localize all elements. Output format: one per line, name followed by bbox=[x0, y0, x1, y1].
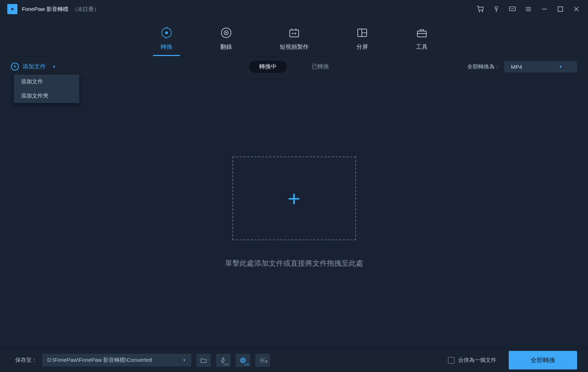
sub-tabs: 轉換中 已轉換 bbox=[249, 61, 339, 73]
close-icon[interactable] bbox=[572, 5, 581, 13]
main-tabs: 轉換 翻錄 短視頻製作 分屏 工具 bbox=[0, 18, 588, 56]
video-maker-icon bbox=[288, 27, 300, 39]
tab-toolbox[interactable]: 工具 bbox=[408, 18, 435, 56]
chevron-down-icon: ▼ bbox=[265, 360, 268, 364]
chevron-down-icon: ▼ bbox=[52, 65, 56, 69]
rip-icon bbox=[220, 27, 232, 39]
tab-label: 分屏 bbox=[356, 43, 368, 51]
chevron-down-icon: ▼ bbox=[559, 65, 563, 69]
convert-icon bbox=[160, 27, 173, 39]
on-badge: ON bbox=[245, 363, 249, 366]
tab-label: 翻錄 bbox=[220, 43, 232, 51]
svg-rect-8 bbox=[289, 30, 299, 37]
svg-point-14 bbox=[262, 359, 264, 361]
svg-point-7 bbox=[225, 32, 227, 33]
folder-icon bbox=[200, 357, 207, 364]
main-content: + 單擊此處添加文件或直接將文件拖拽至此處 bbox=[0, 77, 588, 348]
svg-rect-11 bbox=[417, 31, 426, 37]
drop-zone[interactable]: + bbox=[232, 157, 356, 240]
subtab-converted[interactable]: 已轉換 bbox=[301, 61, 339, 73]
settings-button[interactable]: ▼ bbox=[255, 354, 270, 367]
cart-icon[interactable] bbox=[476, 5, 485, 13]
sub-bar: + 添加文件 ▼ 添加文件 添加文件夾 轉換中 已轉換 全部轉換為： MP4 ▼ bbox=[0, 56, 588, 77]
convert-all-label: 全部轉換為： bbox=[467, 63, 500, 70]
toolbox-icon bbox=[416, 27, 428, 39]
checkbox-icon bbox=[448, 357, 455, 364]
off-badge: OFF bbox=[224, 363, 229, 366]
dropdown-add-folder[interactable]: 添加文件夾 bbox=[14, 89, 79, 103]
save-path-value: D:\FonePaw\FonePaw 影音轉檔\Converted bbox=[47, 357, 152, 364]
tab-video-maker[interactable]: 短視頻製作 bbox=[272, 18, 316, 56]
hw-accel-off-button[interactable]: OFF bbox=[216, 354, 231, 367]
add-file-label: 添加文件 bbox=[23, 63, 46, 71]
svg-point-4 bbox=[165, 31, 168, 34]
gpu-accel-button[interactable]: ON bbox=[236, 354, 250, 367]
registration-status: （未註冊） bbox=[72, 6, 99, 13]
plus-circle-icon: + bbox=[11, 63, 19, 71]
tab-label: 短視頻製作 bbox=[280, 43, 309, 51]
svg-point-0 bbox=[495, 7, 497, 9]
tab-rip[interactable]: 翻錄 bbox=[213, 18, 240, 56]
menu-icon[interactable] bbox=[524, 5, 533, 13]
add-file-dropdown: 添加文件 添加文件夾 bbox=[14, 75, 79, 103]
bottom-bar: 保存至： D:\FonePaw\FonePaw 影音轉檔\Converted ▼… bbox=[0, 348, 588, 372]
open-folder-button[interactable] bbox=[196, 354, 211, 367]
tab-split-screen[interactable]: 分屏 bbox=[349, 18, 376, 56]
merge-label: 合併為一個文件 bbox=[458, 357, 496, 364]
drop-hint: 單擊此處添加文件或直接將文件拖拽至此處 bbox=[225, 258, 363, 268]
dropdown-add-file[interactable]: 添加文件 bbox=[14, 75, 79, 89]
minimize-icon[interactable] bbox=[540, 5, 549, 13]
maximize-icon[interactable] bbox=[556, 5, 565, 13]
merge-checkbox[interactable]: 合併為一個文件 bbox=[448, 357, 496, 364]
title-bar: FonePaw 影音轉檔 （未註冊） bbox=[0, 0, 588, 18]
split-screen-icon bbox=[356, 27, 368, 39]
plus-icon: + bbox=[288, 186, 300, 211]
save-path-select[interactable]: D:\FonePaw\FonePaw 影音轉檔\Converted ▼ bbox=[42, 354, 191, 367]
tab-label: 轉換 bbox=[161, 43, 172, 51]
save-to-label: 保存至： bbox=[15, 357, 37, 364]
tab-label: 工具 bbox=[416, 43, 428, 51]
svg-point-9 bbox=[292, 33, 293, 34]
app-logo bbox=[7, 4, 17, 14]
svg-rect-2 bbox=[558, 7, 563, 12]
tab-convert[interactable]: 轉換 bbox=[153, 18, 180, 56]
key-icon[interactable] bbox=[492, 5, 501, 13]
format-value: MP4 bbox=[511, 64, 522, 70]
add-file-button[interactable]: + 添加文件 ▼ bbox=[11, 63, 56, 71]
svg-rect-12 bbox=[241, 359, 245, 362]
app-title: FonePaw 影音轉檔 bbox=[22, 6, 68, 13]
chevron-down-icon: ▼ bbox=[183, 358, 186, 362]
feedback-icon[interactable] bbox=[508, 5, 517, 13]
convert-all-button[interactable]: 全部轉換 bbox=[509, 351, 577, 369]
format-select[interactable]: MP4 ▼ bbox=[504, 61, 577, 72]
subtab-converting[interactable]: 轉換中 bbox=[249, 61, 287, 73]
svg-rect-13 bbox=[242, 359, 244, 361]
convert-all-control: 全部轉換為： MP4 ▼ bbox=[467, 61, 577, 72]
